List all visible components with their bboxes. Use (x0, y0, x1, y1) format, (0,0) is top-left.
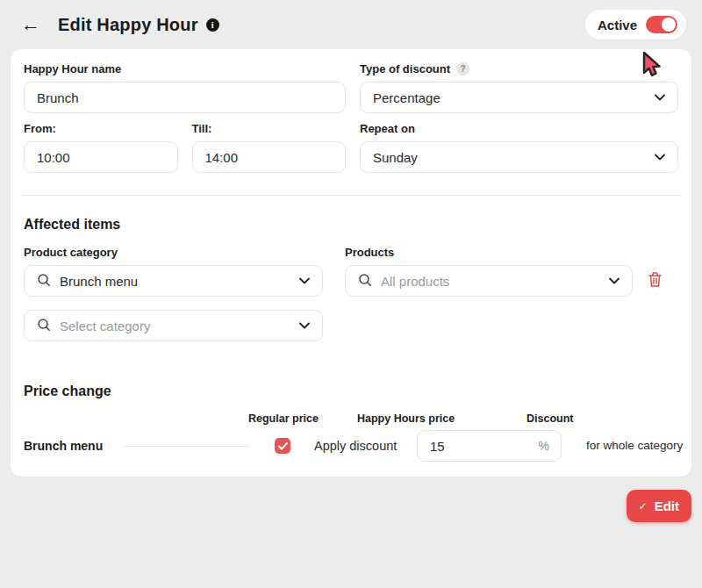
from-field: From: (24, 122, 178, 173)
repeat-on-label: Repeat on (360, 122, 678, 135)
row-name-discount: Happy Hour name Type of discount ? Perce… (24, 62, 678, 113)
chevron-down-icon (299, 277, 310, 284)
products-select[interactable]: All products (345, 265, 633, 297)
discount-type-label: Type of discount (360, 62, 450, 75)
edit-happy-hour-page: ← Edit Happy Hour i Active Happy Hour na… (0, 0, 702, 588)
happy-hour-name-input[interactable] (24, 82, 346, 113)
repeat-on-select[interactable]: Sunday (360, 141, 678, 173)
product-category-select[interactable]: Brunch menu (24, 265, 323, 297)
discount-type-value: Percentage (373, 90, 441, 105)
chevron-down-icon (299, 322, 310, 329)
happy-hour-name-field: Happy Hour name (24, 62, 346, 113)
price-row-category: Brunch menu (24, 430, 103, 462)
section-divider (22, 195, 680, 196)
till-label: Till: (192, 122, 347, 135)
edit-button[interactable]: ✓ Edit (627, 490, 691, 522)
from-input[interactable] (24, 141, 178, 173)
row-time-repeat: From: Till: Repeat on Sunday (24, 122, 678, 173)
back-button[interactable]: ← (16, 11, 46, 38)
price-change-table: Regular price Happy Hours price Discount… (24, 412, 678, 463)
chevron-down-icon (609, 277, 620, 284)
second-category-select[interactable]: Select category (24, 310, 323, 341)
checkmark-icon (278, 442, 288, 450)
info-icon[interactable]: i (206, 18, 219, 32)
product-category-value: Brunch menu (60, 274, 138, 289)
from-label: From: (24, 122, 178, 135)
affected-items-heading: Affected items (24, 217, 678, 233)
header: ← Edit Happy Hour i Active (11, 0, 691, 49)
product-category-field: Product category Brunch menu (24, 246, 331, 297)
till-input[interactable] (192, 141, 347, 173)
percent-unit: % (539, 430, 549, 462)
check-icon: ✓ (639, 500, 648, 513)
active-label: Active (598, 18, 637, 32)
chevron-down-icon (655, 94, 665, 101)
leader-line (123, 446, 250, 447)
products-placeholder: All products (381, 274, 449, 289)
till-field: Till: (192, 122, 347, 173)
repeat-on-value: Sunday (373, 150, 418, 165)
scope-label: for whole category (586, 430, 683, 462)
row-category-products: Product category Brunch menu Products (24, 246, 678, 297)
col-regular-price: Regular price (248, 412, 319, 425)
discount-value-field: % (417, 430, 562, 462)
edit-button-label: Edit (655, 498, 679, 513)
repeat-on-field: Repeat on Sunday (360, 122, 678, 173)
row-second-category: Select category (24, 310, 678, 341)
happy-hour-name-label: Happy Hour name (24, 62, 346, 75)
search-icon (358, 273, 372, 290)
chevron-down-icon (655, 154, 665, 161)
products-field: Products All products (345, 246, 678, 297)
footer: ✓ Edit (11, 477, 691, 522)
trash-icon (648, 271, 663, 290)
discount-type-select[interactable]: Percentage (360, 82, 678, 113)
discount-type-field: Type of discount ? Percentage (360, 62, 678, 113)
products-label: Products (345, 246, 678, 259)
col-discount: Discount (526, 412, 573, 425)
active-toggle[interactable] (646, 16, 677, 33)
form-card: Happy Hour name Type of discount ? Perce… (11, 49, 691, 477)
page-title: Edit Happy Hour (58, 15, 198, 35)
price-change-heading: Price change (24, 384, 678, 399)
apply-discount-label: Apply discount (314, 430, 397, 462)
search-icon (37, 318, 51, 334)
help-icon[interactable]: ? (456, 62, 469, 75)
delete-row-button[interactable] (646, 269, 664, 292)
toggle-knob (662, 18, 676, 32)
active-status-pill: Active (585, 10, 686, 39)
search-icon (37, 273, 51, 290)
second-category-placeholder: Select category (60, 319, 150, 333)
regular-price-checkbox[interactable] (275, 438, 290, 454)
product-category-label: Product category (24, 246, 331, 259)
col-happy-hours-price: Happy Hours price (357, 412, 455, 425)
